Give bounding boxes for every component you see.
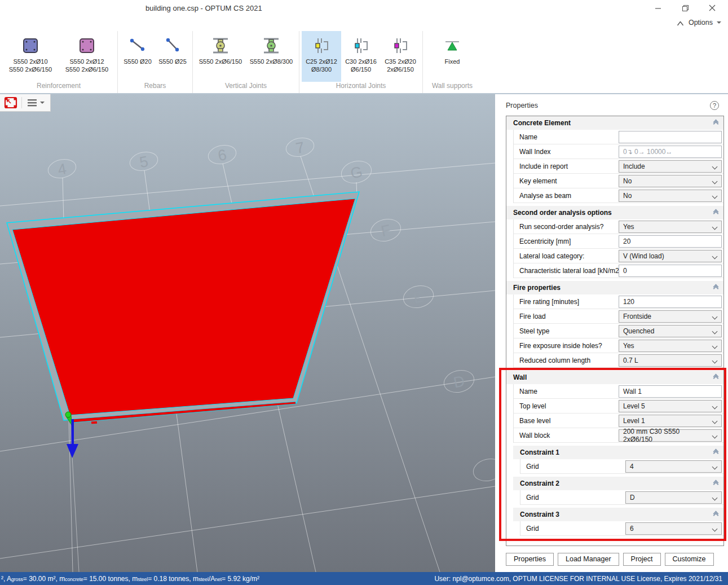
minimize-button[interactable] xyxy=(645,0,672,16)
collapse-section-icon[interactable] xyxy=(714,512,718,517)
section-constraint-2: Constraint 2 Grid D xyxy=(513,477,723,505)
ribbon-group-reinforcement: S550 2xØ10 S550 2xØ6/150 S550 2xØ12 S550… xyxy=(0,31,117,93)
help-icon[interactable]: ? xyxy=(710,101,719,110)
field-label: Grid xyxy=(526,463,625,470)
ribbon-group-wall-supports: Fixed Wall supports xyxy=(422,31,482,93)
tab-properties[interactable]: Properties xyxy=(506,553,554,566)
ribbon-item-rebar-25[interactable]: S550 Ø25 xyxy=(155,31,190,82)
constraint3-grid-select[interactable]: 6 xyxy=(625,522,722,535)
ribbon-item-label: C35 2xØ20 xyxy=(385,58,416,65)
options-menu[interactable]: Options xyxy=(676,19,721,27)
section-title: Concrete Element xyxy=(513,119,571,127)
collapse-ribbon-icon xyxy=(676,19,685,27)
section-title: Wall xyxy=(513,373,527,381)
property-row: Key element No xyxy=(514,174,723,188)
horizontal-joint-yellow-icon xyxy=(312,34,330,58)
include-in-report-select[interactable]: Include xyxy=(619,160,722,173)
wall-tool-button[interactable] xyxy=(0,94,21,112)
property-row: Name Wall 1 xyxy=(514,384,723,399)
top-level-select[interactable]: Level 5 xyxy=(619,400,722,412)
horizontal-joint-magenta-icon xyxy=(391,34,409,58)
ribbon-item-reinforcement-1[interactable]: S550 2xØ10 S550 2xØ6/150 xyxy=(2,31,59,82)
wall-name-input[interactable]: Wall 1 xyxy=(619,385,722,398)
property-row: Grid D xyxy=(520,490,723,505)
property-row: Wall block 200 mm C30 S550 2xØ6/150 xyxy=(514,428,723,443)
ribbon-item-hjoint-c35[interactable]: C35 2xØ20 2xØ6/150 xyxy=(381,31,420,82)
ribbon-group-label: Reinforcement xyxy=(0,82,117,93)
horizontal-joint-cyan-icon xyxy=(352,34,370,58)
collapse-section-icon[interactable] xyxy=(714,210,718,215)
collapse-section-icon[interactable] xyxy=(714,481,718,486)
ribbon: S550 2xØ10 S550 2xØ6/150 S550 2xØ12 S550… xyxy=(0,31,728,93)
restore-button[interactable] xyxy=(672,0,699,16)
tab-customize[interactable]: Customize xyxy=(665,553,714,566)
property-row: Steel type Quenched xyxy=(514,324,723,338)
close-button[interactable] xyxy=(699,0,726,16)
ribbon-item-reinforcement-2[interactable]: S550 2xØ12 S550 2xØ6/150 xyxy=(59,31,115,82)
options-label: Options xyxy=(689,19,713,27)
field-label: Wall block xyxy=(519,432,619,439)
ribbon-item-label: C30 2xØ16 xyxy=(345,58,377,65)
tab-project[interactable]: Project xyxy=(623,553,661,566)
fire-exposure-select[interactable]: Yes xyxy=(619,340,722,352)
section-second-order: Second order analysis options Run second… xyxy=(506,206,723,278)
field-label: Include in report xyxy=(519,162,619,170)
panel-title: Properties xyxy=(506,102,538,109)
wall-tool-icon xyxy=(3,96,18,109)
property-row: Include in report Include xyxy=(514,159,723,174)
property-row: Grid 6 xyxy=(520,521,723,536)
characteristic-load-input[interactable]: 0 xyxy=(619,265,722,277)
ribbon-group-label: Horizontal Joints xyxy=(299,82,422,93)
ribbon-item-label: S550 2xØ12 xyxy=(69,58,104,65)
section-title: Second order analysis options xyxy=(513,209,612,217)
viewport-toolbar xyxy=(0,94,51,112)
steel-type-select[interactable]: Quenched xyxy=(619,325,722,337)
tab-load-manager[interactable]: Load Manager xyxy=(558,553,619,566)
constraint2-grid-select[interactable]: D xyxy=(625,491,722,504)
scene-3d: 4 5 6 7 G F E D xyxy=(0,94,495,572)
property-row: Wall Index 0↴ 0→ 10000↔ xyxy=(514,144,723,159)
properties-panel: Properties ? Concrete Element Name xyxy=(495,94,728,572)
wall-index-input[interactable]: 0↴ 0→ 10000↔ xyxy=(619,146,722,158)
view-menu-button[interactable] xyxy=(22,94,50,112)
ribbon-item-vjoint-1[interactable]: S550 2xØ6/150 xyxy=(195,31,246,82)
collapse-section-icon[interactable] xyxy=(714,120,718,126)
collapse-section-icon[interactable] xyxy=(714,450,718,455)
field-label: Fire exposure inside holes? xyxy=(519,342,619,350)
field-label: Fire rating [minutes] xyxy=(519,298,619,306)
model-viewport[interactable]: 4 5 6 7 G F E D xyxy=(0,94,495,572)
lateral-load-category-select[interactable]: V (Wind load) xyxy=(619,250,722,262)
field-label: Key element xyxy=(519,177,619,185)
field-label: Reduced column length xyxy=(519,357,619,364)
eccentricity-input[interactable]: 20 xyxy=(619,235,722,248)
ribbon-item-label: 2xØ6/150 xyxy=(387,65,414,73)
run-second-order-select[interactable]: Yes xyxy=(619,221,722,233)
rebar-icon xyxy=(128,34,147,58)
constraint1-grid-select[interactable]: 4 xyxy=(625,460,722,473)
field-label: Name xyxy=(519,388,619,395)
wall-block-select[interactable]: 200 mm C30 S550 2xØ6/150 xyxy=(619,429,722,442)
wall-edge-fragment xyxy=(91,421,97,424)
section-fire-properties: Fire properties Fire rating [minutes] 12… xyxy=(506,281,723,368)
ribbon-group-label: Vertical Joints xyxy=(193,82,299,93)
fire-rating-input[interactable]: 120 xyxy=(619,296,722,308)
section-title: Constraint 2 xyxy=(520,480,559,487)
key-element-select[interactable]: No xyxy=(619,175,722,187)
reduced-column-length-select[interactable]: 0.7 L xyxy=(619,354,722,367)
ribbon-group-rebars: S550 Ø20 S550 Ø25 Rebars xyxy=(117,31,192,93)
ribbon-item-fixed-support[interactable]: Fixed xyxy=(425,31,479,82)
section-title: Fire properties xyxy=(513,284,561,292)
collapse-section-icon[interactable] xyxy=(714,285,718,291)
name-input[interactable] xyxy=(619,131,722,143)
base-level-select[interactable]: Level 1 xyxy=(619,415,722,427)
ribbon-item-rebar-20[interactable]: S550 Ø20 xyxy=(120,31,155,82)
property-row: Lateral load category: V (Wind load) xyxy=(514,249,723,263)
analyse-as-beam-select[interactable]: No xyxy=(619,190,722,202)
ribbon-item-hjoint-c25[interactable]: C25 2xØ12 Ø8/300 xyxy=(302,31,341,82)
vertical-joint-green-icon xyxy=(261,34,281,58)
ribbon-item-label: Fixed xyxy=(445,58,460,65)
ribbon-item-hjoint-c30[interactable]: C30 2xØ16 Ø6/150 xyxy=(341,31,381,82)
collapse-section-icon[interactable] xyxy=(714,375,718,380)
ribbon-item-vjoint-2[interactable]: S550 2xØ8/300 xyxy=(246,31,297,82)
fire-load-select[interactable]: Frontside xyxy=(619,310,722,323)
